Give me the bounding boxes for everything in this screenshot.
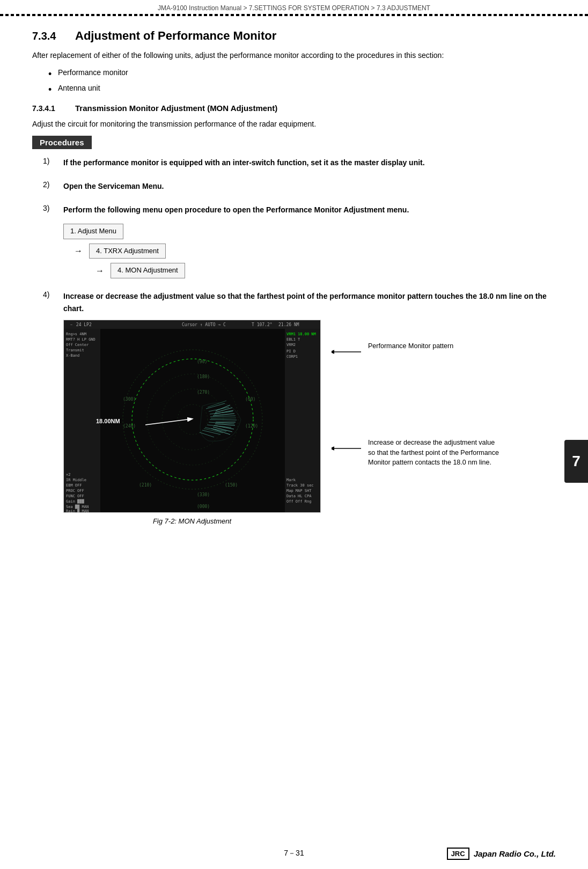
annotation-arrow-1 xyxy=(332,341,364,363)
svg-text:(90): (90) xyxy=(197,359,207,364)
svg-text:Track  30 sec: Track 30 sec xyxy=(286,483,314,488)
svg-text:(330): (330) xyxy=(197,492,210,497)
arrow-icon-1: → xyxy=(74,244,83,258)
svg-text:Map  MAP  SHT: Map MAP SHT xyxy=(286,489,312,493)
radar-image: － 24 LP2 Cursor ↑ AUTO → C T 107.2° 21.2… xyxy=(63,320,321,513)
menu-box-2: 4. TXRX Adjustment xyxy=(89,244,166,259)
chapter-tab-label: 7 xyxy=(572,453,580,470)
procedure-step-1: 1) If the performance monitor is equippe… xyxy=(43,157,556,168)
step-text-2: Open the Serviceman Menu. xyxy=(63,182,164,190)
arrow-icon-2: → xyxy=(95,264,104,278)
svg-text:Transmit: Transmit xyxy=(66,348,84,352)
svg-text:18.00NM: 18.00NM xyxy=(96,418,120,424)
svg-text:(150): (150) xyxy=(225,483,238,488)
menu-box-1: 1. Adjust Menu xyxy=(63,224,123,239)
figure-caption: Fig 7-2: MON Adjustment xyxy=(63,516,321,527)
step-content-4: Increase or decrease the adjustment valu… xyxy=(63,290,556,527)
subsection-heading: 7.3.4.1 Transmission Monitor Adjustment … xyxy=(32,104,556,113)
procedure-step-3: 3) Perform the following menu open proce… xyxy=(43,204,556,278)
svg-text:IR Middle: IR Middle xyxy=(66,478,86,482)
step-number-4: 4) xyxy=(43,290,63,299)
svg-text:(180): (180) xyxy=(197,374,210,379)
svg-text:21.26 NM: 21.26 NM xyxy=(278,322,299,327)
svg-text:EBM OFF: EBM OFF xyxy=(66,483,82,488)
svg-text:(120): (120) xyxy=(245,424,258,429)
step-text-4: Increase or decrease the adjustment valu… xyxy=(63,292,547,312)
section-title: Adjustment of Performance Monitor xyxy=(75,29,276,43)
svg-text:Rain ▓ MAN: Rain ▓ MAN xyxy=(66,509,89,513)
annotation-arrow-2 xyxy=(332,438,364,459)
step-number-3: 3) xyxy=(43,204,63,212)
svg-text:RMT?  H LP  GND: RMT? H LP GND xyxy=(66,337,95,342)
procedure-step-4: 4) Increase or decrease the adjustment v… xyxy=(43,290,556,527)
menu-flow: 1. Adjust Menu → 4. TXRX Adjustment → 4.… xyxy=(63,224,556,278)
svg-text:Data  HL  CPA: Data HL CPA xyxy=(286,494,312,498)
svg-text:FUNC OFF: FUNC OFF xyxy=(66,494,84,498)
svg-text:(270): (270) xyxy=(197,390,210,395)
page-container: JMA-9100 Instruction Manual > 7.SETTINGS… xyxy=(0,0,588,869)
svg-text:(300): (300) xyxy=(123,397,136,402)
svg-text:(240): (240) xyxy=(123,424,136,429)
svg-text:CORP1: CORP1 xyxy=(286,355,298,359)
svg-text:(210): (210) xyxy=(139,483,152,488)
subsection-number: 7.3.4.1 xyxy=(32,104,75,113)
svg-text:Mark: Mark xyxy=(286,478,296,482)
svg-text:T 107.2°: T 107.2° xyxy=(252,322,273,327)
section-heading: 7.3.4 Adjustment of Performance Monitor xyxy=(32,29,556,43)
svg-text:(000): (000) xyxy=(197,504,210,509)
footer-logo: JRC Japan Radio Co., Ltd. xyxy=(447,848,556,860)
radar-area: － 24 LP2 Cursor ↑ AUTO → C T 107.2° 21.2… xyxy=(63,320,556,527)
annotation-2: Increase or decrease the adjustment valu… xyxy=(368,438,502,468)
svg-text:VRM1 18.00 NM: VRM1 18.00 NM xyxy=(286,332,316,336)
svg-text:－ 24    LP2: － 24 LP2 xyxy=(69,322,92,327)
page-footer: 7－31 JRC Japan Radio Co., Ltd. xyxy=(0,849,588,858)
svg-text:EBL1 T: EBL1 T xyxy=(286,337,300,342)
subsection-title: Transmission Monitor Adjustment (MON Adj… xyxy=(75,104,277,113)
svg-text:Cursor  ↑ AUTO  → C: Cursor ↑ AUTO → C xyxy=(182,322,226,327)
annotation-1: Performance Monitor pattern xyxy=(368,341,453,351)
list-item: Antenna unit xyxy=(48,82,556,94)
svg-text:VRM2: VRM2 xyxy=(286,343,296,347)
subsection-description: Adjust the circuit for monitoring the tr… xyxy=(32,118,556,130)
menu-box-3: 4. MON Adjustment xyxy=(111,263,185,278)
svg-text:PROC OFF: PROC OFF xyxy=(66,489,84,493)
svg-text:Rng>s  4NM: Rng>s 4NM xyxy=(66,332,86,336)
main-content: 7.3.4 Adjustment of Performance Monitor … xyxy=(0,16,588,561)
procedure-step-2: 2) Open the Serviceman Menu. xyxy=(43,180,556,192)
svg-rect-0 xyxy=(64,320,321,513)
svg-text:Off  Center: Off Center xyxy=(66,343,89,347)
section-intro: After replacement of either of the follo… xyxy=(32,49,556,61)
radar-image-container: － 24 LP2 Cursor ↑ AUTO → C T 107.2° 21.2… xyxy=(63,320,321,527)
svg-text:Sea ▓▓  MAN: Sea ▓▓ MAN xyxy=(66,504,89,509)
annotations: Performance Monitor pattern xyxy=(332,320,502,468)
svg-text:×2: ×2 xyxy=(66,473,70,477)
step-content-3: Perform the following menu open procedur… xyxy=(63,204,556,278)
svg-text:Gain ▓▓▓: Gain ▓▓▓ xyxy=(66,499,85,504)
step-text-3: Perform the following menu open procedur… xyxy=(63,205,409,214)
section-number: 7.3.4 xyxy=(32,30,75,42)
step-text-1: If the performance monitor is equipped w… xyxy=(63,158,425,167)
bullet-list: Performance monitor Antenna unit xyxy=(48,67,556,94)
menu-row-1: 1. Adjust Menu xyxy=(63,224,556,239)
breadcrumb: JMA-9100 Instruction Manual > 7.SETTINGS… xyxy=(158,4,430,12)
chapter-tab: 7 xyxy=(564,440,588,483)
menu-row-2: → 4. TXRX Adjustment xyxy=(63,244,556,259)
list-item: Performance monitor xyxy=(48,67,556,78)
svg-text:PI  D: PI D xyxy=(286,349,296,354)
svg-text:Off  Off  Rng: Off Off Rng xyxy=(286,499,311,504)
procedure-steps: 1) If the performance monitor is equippe… xyxy=(43,157,556,527)
radar-svg: － 24 LP2 Cursor ↑ AUTO → C T 107.2° 21.2… xyxy=(64,320,321,513)
step-content-1: If the performance monitor is equipped w… xyxy=(63,157,556,168)
step-number-1: 1) xyxy=(43,157,63,165)
step-content-2: Open the Serviceman Menu. xyxy=(63,180,556,192)
procedures-badge: Procedures xyxy=(32,136,92,149)
figure-caption-text: Fig 7-2: MON Adjustment xyxy=(153,517,231,525)
menu-row-3: → 4. MON Adjustment xyxy=(63,263,556,278)
step-number-2: 2) xyxy=(43,180,63,189)
company-name: Japan Radio Co., Ltd. xyxy=(474,849,556,858)
page-header: JMA-9100 Instruction Manual > 7.SETTINGS… xyxy=(0,0,588,15)
jrc-label: JRC xyxy=(447,848,469,860)
svg-text:X-Band: X-Band xyxy=(66,354,79,358)
